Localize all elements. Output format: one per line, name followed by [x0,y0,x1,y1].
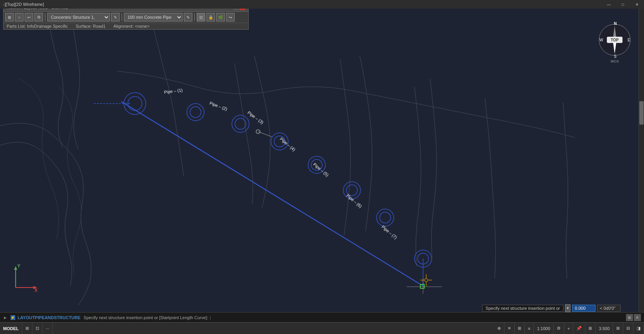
grid-status-btn[interactable]: ⊞ [22,323,32,334]
tb-pipe-edit-btn[interactable]: ✎ [184,13,192,21]
pipe-label-2: Pipe – (2) [209,101,228,112]
svg-point-14 [377,209,394,226]
compass-wcs: WCS [611,59,619,63]
model-button[interactable]: MODEL [0,323,22,334]
cmd-logo: ⚡ [11,315,15,320]
zoom-display[interactable]: 3.500 [596,323,613,334]
compass-n: N [614,21,617,26]
scale-display[interactable]: 1:1000 [534,323,554,334]
svg-point-15 [380,212,391,223]
tb-tool2-btn[interactable]: 🔒 [206,13,215,21]
compass-top: TOP [611,38,619,42]
close-button[interactable]: ✕ [630,0,644,9]
svg-marker-35 [14,266,17,270]
toolbar-info: Parts List: InfoDrainage Specific Surfac… [4,23,248,29]
tb-separator-2 [122,13,122,21]
cmd-icon-btn1[interactable]: ⊞ [626,314,633,321]
coord-arrow-btn[interactable]: ▼ [565,304,570,312]
statusbar-view3-btn[interactable]: ◨ [633,323,644,334]
tb-struct-edit-btn[interactable]: ✎ [111,13,120,21]
gear-status-btn[interactable]: ⚙ [554,323,564,334]
statusbar-line-btn[interactable]: ≡ [525,323,534,334]
command-text: Specify next structure insertion point o… [84,315,208,320]
svg-point-27 [425,279,428,282]
tb-copy-btn[interactable]: ⧉ [34,13,43,21]
compass: N S E W TOP WCS [597,20,632,55]
parts-list-label: Parts List: InfoDrainage Specific [7,24,68,29]
cmd-icon: ► [3,315,7,320]
pipe-label-3: Pipe – (3) [247,110,265,125]
pipe-label-7: Pipe – (7) [381,224,398,240]
tb-separator-1 [45,13,45,21]
screen-status-btn[interactable]: ⊞ [585,323,596,334]
tb-tool1-btn[interactable]: ⊡ [197,13,205,21]
title-bar: -][Top][2D Wireframe] — □ ✕ [0,0,644,9]
scrollbar-right[interactable] [639,9,644,317]
statusbar-plus-btn[interactable]: ⊕ [494,323,504,334]
canvas-area[interactable]: Pipe – (1) Pipe – (2) Pipe – (3) Pipe – … [0,9,644,322]
pin-status-btn[interactable]: 📌 [573,323,585,334]
svg-point-6 [235,118,246,129]
statusbar-cross-btn[interactable]: ✕ [504,323,515,334]
window-title: -][Top][2D Wireframe] [3,2,44,7]
scrollbar-thumb[interactable] [639,101,644,125]
minimize-button[interactable]: — [602,0,616,9]
maximize-button[interactable]: □ [616,0,630,9]
cmd-cursor: | [210,315,211,320]
tb-separator-3 [194,13,195,21]
compass-s: S [614,54,617,59]
structure-dropdown[interactable]: Concentric Structure 1, [47,13,110,21]
cmd-icon-btn2[interactable]: ✕ [634,314,641,321]
pipe-label-5: Pipe – (5) [312,162,330,177]
alignment-label: Alignment: <none> [113,24,149,29]
status-bar: MODEL ⊞ ⊡ ··· ⊕ ✕ ⊞ ≡ 1:1000 ⚙ + 📌 ⊞ 3.5… [0,322,644,334]
more-status-btn[interactable]: ··· [43,323,53,334]
coord-angle-input[interactable] [597,305,621,312]
statusbar-view2-btn[interactable]: ⊟ [623,323,633,334]
tb-undo-btn[interactable]: ↩ [25,13,33,21]
pipe-dropdown[interactable]: 100 mm Concrete Pipe [124,13,183,21]
command-line: ► ⚡ LAYOUTPIPEANDSTRUCTURE Specify next … [0,312,644,322]
coordinate-axis: Y X [8,262,39,295]
coord-value-input[interactable] [572,305,596,312]
cmd-right-icons: ⊞ ✕ [626,314,641,321]
surface-label: Surface: Road1 [76,24,106,29]
compass-w: W [599,38,603,42]
y-axis-label: Y [17,263,20,269]
tb-tool3-btn[interactable]: 🌿 [216,13,225,21]
tb-grid-btn[interactable]: ⊞ [5,13,14,21]
compass-e: E [628,38,630,42]
svg-point-4 [190,107,201,118]
drawing-svg: Pipe – (1) Pipe – (2) Pipe – (3) Pipe – … [0,9,644,322]
tb-circle-btn[interactable]: ○ [15,13,23,21]
svg-line-0 [121,102,423,286]
svg-point-1 [124,93,146,114]
x-axis-label: X [34,288,38,293]
coord-prompt-label: Specify next structure insertion point o… [482,305,563,312]
coord-input-area: Specify next structure insertion point o… [482,304,621,312]
pipe-label-1: Pipe – (1) [164,88,183,95]
tb-tool4-btn[interactable]: ↪ [226,13,235,21]
statusbar-view1-btn[interactable]: ⊞ [613,323,623,334]
window-controls: — □ ✕ [602,0,644,9]
svg-point-3 [187,104,204,121]
add-status-btn[interactable]: + [564,323,573,334]
statusbar-snap2-btn[interactable]: ⊞ [515,323,525,334]
snap-status-btn[interactable]: ⊡ [32,323,43,334]
svg-point-5 [232,115,249,132]
command-name: LAYOUTPIPEANDSTRUCTURE [18,315,81,320]
toolbar-controls: ⊞ ○ ↩ ⧉ Concentric Structure 1, ✎ 100 mm… [4,12,248,23]
